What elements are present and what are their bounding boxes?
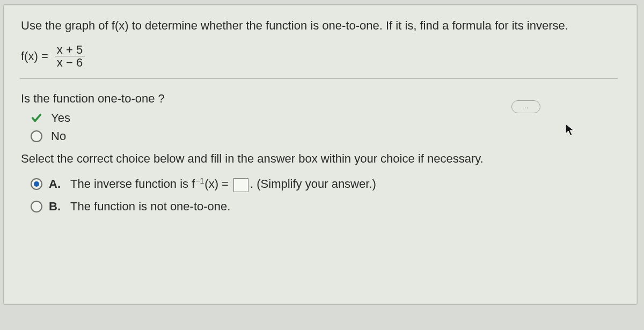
choice-a-mid: (x) = bbox=[204, 178, 229, 191]
choice-a-post: . (Simplify your answer.) bbox=[250, 178, 376, 191]
option-no-row[interactable]: No bbox=[31, 129, 618, 143]
problem-card: Use the graph of f(x) to determine wheth… bbox=[3, 4, 638, 305]
choice-b-row[interactable]: B. The function is not one-to-one. bbox=[31, 200, 618, 214]
choice-a-letter: A. bbox=[49, 177, 62, 191]
checkmark-icon bbox=[31, 112, 42, 124]
choices-block: A. The inverse function is f−1(x) = . (S… bbox=[31, 177, 618, 214]
fraction-denominator: x − 6 bbox=[55, 56, 85, 69]
choice-a-pre: The inverse function is f bbox=[70, 178, 195, 191]
fraction-numerator: x + 5 bbox=[55, 43, 85, 56]
radio-icon bbox=[31, 130, 42, 142]
choice-a-row[interactable]: A. The inverse function is f−1(x) = . (S… bbox=[31, 177, 618, 192]
option-yes-label: Yes bbox=[51, 111, 70, 125]
radio-selected-icon bbox=[31, 178, 42, 190]
choice-a-text: The inverse function is f−1(x) = . (Simp… bbox=[70, 177, 376, 192]
fraction: x + 5 x − 6 bbox=[55, 43, 85, 69]
option-no-label: No bbox=[51, 129, 66, 143]
q1-options: Yes No bbox=[31, 111, 618, 143]
choice-b-letter: B. bbox=[49, 200, 62, 214]
radio-icon bbox=[31, 201, 42, 212]
answer-input[interactable] bbox=[233, 178, 248, 192]
divider bbox=[20, 78, 618, 79]
function-lhs: f(x) = bbox=[21, 49, 48, 63]
option-yes-row[interactable]: Yes bbox=[31, 111, 618, 125]
choice-b-text: The function is not one-to-one. bbox=[70, 200, 230, 214]
function-definition: f(x) = x + 5 x − 6 bbox=[21, 43, 618, 69]
prompt-text: Use the graph of f(x) to determine wheth… bbox=[21, 19, 618, 33]
question-choice-instruction: Select the correct choice below and fill… bbox=[21, 152, 618, 166]
more-options-button[interactable]: … bbox=[511, 100, 540, 113]
inverse-superscript: −1 bbox=[195, 177, 204, 185]
